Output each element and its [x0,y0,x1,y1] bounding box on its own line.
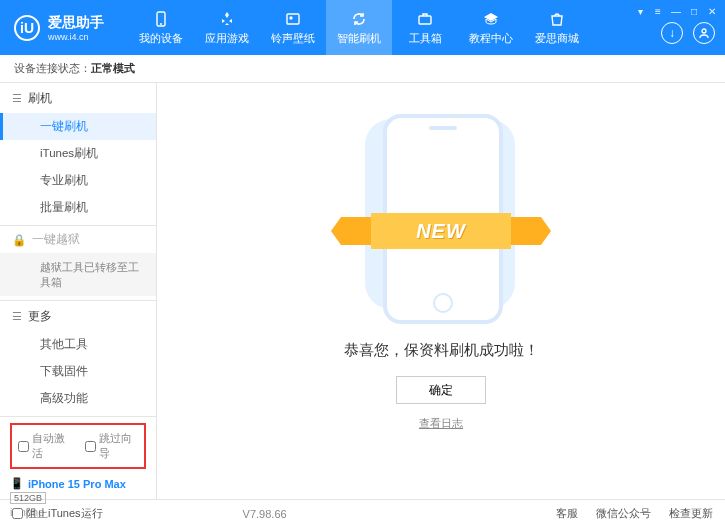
sidebar-item-advanced[interactable]: 高级功能 [0,385,156,412]
user-button[interactable] [693,22,715,44]
menu-icon: ☰ [12,92,22,105]
nav-label: 应用游戏 [205,31,249,46]
menu-button[interactable]: ▾ [633,4,647,18]
status-mode: 正常模式 [91,61,135,76]
top-nav: 我的设备 应用游戏 铃声壁纸 智能刷机 工具箱 教程中心 爱思商城 [128,0,590,55]
version-label: V7.98.66 [243,508,287,520]
checkbox-label: 跳过向导 [99,431,138,461]
status-bar: 设备连接状态： 正常模式 [0,55,725,83]
apps-icon [218,10,236,28]
checkbox-label: 自动激活 [32,431,71,461]
sidebar-head-jailbreak: 🔒 一键越狱 [0,226,156,253]
nav-my-device[interactable]: 我的设备 [128,0,194,55]
svg-point-5 [702,29,706,33]
nav-toolbox[interactable]: 工具箱 [392,0,458,55]
block-itunes-checkbox[interactable]: 阻止iTunes运行 [12,506,103,521]
sidebar-item-oneclick-flash[interactable]: 一键刷机 [0,113,156,140]
nav-label: 工具箱 [409,31,442,46]
maximize-button[interactable]: □ [687,4,701,18]
svg-rect-2 [287,14,299,24]
phone-icon [152,10,170,28]
close-button[interactable]: ✕ [705,4,719,18]
brand-title: 爱思助手 [48,14,104,32]
sidebar-head-flash[interactable]: ☰ 刷机 [0,83,156,113]
new-ribbon: NEW [371,213,511,249]
image-icon [284,10,302,28]
nav-label: 教程中心 [469,31,513,46]
bag-icon [548,10,566,28]
sidebar-item-other-tools[interactable]: 其他工具 [0,331,156,358]
brand-logo[interactable]: iU 爱思助手 www.i4.cn [0,14,118,42]
nav-apps[interactable]: 应用游戏 [194,0,260,55]
main-content: NEW 恭喜您，保资料刷机成功啦！ 确定 查看日志 [157,83,725,499]
success-illustration: NEW [361,119,521,319]
sidebar-head-label: 一键越狱 [32,232,80,247]
nav-ringtones[interactable]: 铃声壁纸 [260,0,326,55]
skin-button[interactable]: ≡ [651,4,665,18]
jailbreak-note: 越狱工具已转移至工具箱 [0,253,156,296]
minimize-button[interactable]: — [669,4,683,18]
sidebar: ☰ 刷机 一键刷机 iTunes刷机 专业刷机 批量刷机 🔒 一键越狱 越狱工具… [0,83,157,499]
lock-icon: 🔒 [12,233,26,247]
menu-icon: ☰ [12,310,22,323]
skip-guide-checkbox[interactable]: 跳过向导 [85,431,138,461]
header: iU 爱思助手 www.i4.cn 我的设备 应用游戏 铃声壁纸 智能刷机 工具… [0,0,725,55]
svg-point-3 [290,17,292,19]
nav-flash[interactable]: 智能刷机 [326,0,392,55]
nav-label: 爱思商城 [535,31,579,46]
logo-icon: iU [14,15,40,41]
sidebar-head-label: 刷机 [28,90,52,107]
nav-label: 智能刷机 [337,31,381,46]
checkbox-label: 阻止iTunes运行 [26,506,103,521]
footer-update[interactable]: 检查更新 [669,506,713,521]
refresh-icon [350,10,368,28]
nav-tutorials[interactable]: 教程中心 [458,0,524,55]
status-prefix: 设备连接状态： [14,61,91,76]
briefcase-icon [416,10,434,28]
sidebar-item-batch-flash[interactable]: 批量刷机 [0,194,156,221]
download-button[interactable]: ↓ [661,22,683,44]
sidebar-item-download-firmware[interactable]: 下载固件 [0,358,156,385]
brand-url: www.i4.cn [48,32,104,42]
sidebar-item-itunes-flash[interactable]: iTunes刷机 [0,140,156,167]
sidebar-item-pro-flash[interactable]: 专业刷机 [0,167,156,194]
sidebar-head-more[interactable]: ☰ 更多 [0,301,156,331]
nav-store[interactable]: 爱思商城 [524,0,590,55]
auto-activate-checkbox[interactable]: 自动激活 [18,431,71,461]
success-message: 恭喜您，保资料刷机成功啦！ [344,341,539,360]
footer-wechat[interactable]: 微信公众号 [596,506,651,521]
sidebar-head-label: 更多 [28,308,52,325]
grad-cap-icon [482,10,500,28]
nav-label: 我的设备 [139,31,183,46]
options-highlight-box: 自动激活 跳过向导 [10,423,146,469]
nav-label: 铃声壁纸 [271,31,315,46]
footer-support[interactable]: 客服 [556,506,578,521]
device-storage: 512GB [10,492,46,504]
window-controls: ▾ ≡ — □ ✕ [633,4,719,18]
phone-icon: 📱 [10,477,24,490]
ok-button[interactable]: 确定 [396,376,486,404]
device-name[interactable]: iPhone 15 Pro Max [28,478,126,490]
svg-rect-4 [419,16,431,24]
view-log-link[interactable]: 查看日志 [419,416,463,431]
